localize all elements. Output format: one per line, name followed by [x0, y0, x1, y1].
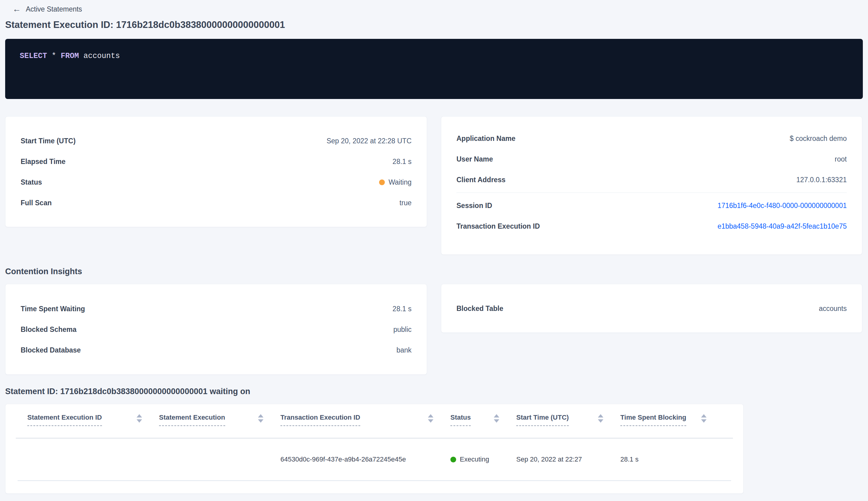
kv-value: accounts — [819, 305, 847, 313]
kv-label: Status — [21, 178, 42, 186]
kv-value: public — [393, 326, 412, 334]
column-header-statement-execution-id[interactable]: Statement Execution ID — [27, 413, 159, 426]
column-header-status[interactable]: Status — [451, 413, 516, 426]
kv-row-blocked-table: Blocked Table accounts — [456, 298, 847, 319]
kv-value: 28.1 s — [392, 158, 412, 166]
column-header-start-time[interactable]: Start Time (UTC) — [516, 413, 620, 426]
kv-value: 127.0.0.1:63321 — [796, 176, 847, 184]
cell-time-spent-blocking: 28.1 s — [620, 456, 724, 463]
kv-label: Time Spent Waiting — [21, 305, 85, 313]
waiting-on-heading: Statement ID: 1716b218dc0b38380000000000… — [5, 386, 863, 396]
kv-row-session-id: Session ID 1716b1f6-4e0c-f480-0000-00000… — [456, 195, 847, 216]
kv-label: Full Scan — [21, 199, 52, 207]
kv-row-blocked-schema: Blocked Schema public — [21, 319, 412, 340]
status-badge: Waiting — [379, 178, 412, 186]
column-label: Transaction Execution ID — [280, 413, 360, 426]
sort-icon[interactable] — [137, 414, 142, 423]
kv-label: Application Name — [456, 135, 516, 143]
status-waiting-dot-icon — [379, 180, 385, 185]
kv-row-full-scan: Full Scan true — [21, 192, 412, 213]
session-id-link[interactable]: 1716b1f6-4e0c-f480-0000-000000000001 — [717, 202, 847, 210]
card-divider — [456, 192, 847, 193]
cell-transaction-execution-id: 64530d0c-969f-437e-a9b4-26a72245e45e — [280, 456, 451, 463]
column-label: Status — [451, 413, 471, 426]
kv-row-application-name: Application Name $ cockroach demo — [456, 128, 847, 149]
kv-label: Transaction Execution ID — [456, 222, 540, 231]
table-row-divider — [18, 480, 731, 481]
sort-icon[interactable] — [598, 414, 603, 423]
kv-label: Session ID — [456, 202, 492, 210]
kv-value: 28.1 s — [392, 305, 412, 313]
kv-value: bank — [397, 346, 412, 354]
sql-star: * — [52, 52, 56, 61]
cell-status: Executing — [451, 456, 516, 463]
sql-table-identifier: accounts — [84, 52, 120, 61]
kv-value: Sep 20, 2022 at 22:28 UTC — [327, 137, 412, 145]
sql-keyword-from: FROM — [61, 52, 79, 61]
breadcrumb: ← Active Statements — [12, 0, 863, 13]
transaction-execution-id-link[interactable]: e1bba458-5948-40a9-a42f-5feac1b10e75 — [717, 222, 847, 231]
column-label: Statement Execution ID — [27, 413, 102, 426]
contention-insights-heading: Contention Insights — [5, 266, 863, 277]
sql-statement-box: SELECT * FROM accounts — [5, 39, 863, 99]
status-text: Executing — [460, 456, 489, 463]
contention-cards-row: Time Spent Waiting 28.1 s Blocked Schema… — [5, 284, 863, 375]
status-text: Waiting — [389, 178, 412, 186]
kv-value: $ cockroach demo — [790, 135, 847, 143]
kv-row-status: Status Waiting — [21, 172, 412, 192]
kv-label: Start Time (UTC) — [21, 137, 76, 145]
blocked-table-card: Blocked Table accounts — [441, 284, 862, 333]
kv-value: root — [835, 155, 847, 163]
sort-icon[interactable] — [494, 414, 499, 423]
sort-icon[interactable] — [701, 414, 707, 423]
sort-icon[interactable] — [428, 414, 433, 423]
kv-row-elapsed-time: Elapsed Time 28.1 s — [21, 151, 412, 172]
column-header-time-spent-blocking[interactable]: Time Spent Blocking — [620, 413, 724, 426]
table-row: 64530d0c-969f-437e-a9b4-26a72245e45e Exe… — [6, 438, 743, 480]
page-title: Statement Execution ID: 1716b218dc0b3838… — [5, 19, 863, 31]
kv-row-client-address: Client Address 127.0.0.1:63321 — [456, 169, 847, 190]
column-label: Statement Execution — [159, 413, 225, 426]
kv-label: Blocked Table — [456, 305, 503, 313]
kv-label: Elapsed Time — [21, 158, 66, 166]
kv-label: Blocked Database — [21, 346, 81, 354]
sort-icon[interactable] — [258, 414, 263, 423]
column-header-statement-execution[interactable]: Statement Execution — [159, 413, 280, 426]
kv-row-blocked-database: Blocked Database bank — [21, 340, 412, 360]
statement-execution-details-page: ← Active Statements Statement Execution … — [0, 0, 868, 494]
kv-row-user-name: User Name root — [456, 149, 847, 169]
kv-row-transaction-execution-id: Transaction Execution ID e1bba458-5948-4… — [456, 216, 847, 236]
back-arrow-icon[interactable]: ← — [12, 5, 21, 13]
sql-keyword-select: SELECT — [20, 52, 47, 61]
column-label: Time Spent Blocking — [620, 413, 686, 426]
contention-details-card: Time Spent Waiting 28.1 s Blocked Schema… — [5, 284, 427, 375]
execution-summary-card: Start Time (UTC) Sep 20, 2022 at 22:28 U… — [5, 116, 427, 227]
column-header-transaction-execution-id[interactable]: Transaction Execution ID — [280, 413, 451, 426]
kv-label: Blocked Schema — [21, 326, 76, 334]
session-summary-card: Application Name $ cockroach demo User N… — [441, 116, 862, 255]
waiting-statements-table: Statement Execution ID Statement Executi… — [5, 404, 744, 494]
back-link-active-statements[interactable]: Active Statements — [26, 5, 82, 13]
kv-label: User Name — [456, 155, 493, 163]
cell-start-time: Sep 20, 2022 at 22:27 — [516, 456, 620, 463]
kv-row-time-spent-waiting: Time Spent Waiting 28.1 s — [21, 298, 412, 319]
status-executing-dot-icon — [451, 457, 456, 462]
summary-cards-row: Start Time (UTC) Sep 20, 2022 at 22:28 U… — [5, 116, 863, 255]
column-label: Start Time (UTC) — [516, 413, 569, 426]
kv-value: true — [399, 199, 412, 207]
table-header-row: Statement Execution ID Statement Executi… — [6, 404, 743, 426]
kv-label: Client Address — [456, 176, 505, 184]
kv-row-start-time: Start Time (UTC) Sep 20, 2022 at 22:28 U… — [21, 130, 412, 151]
